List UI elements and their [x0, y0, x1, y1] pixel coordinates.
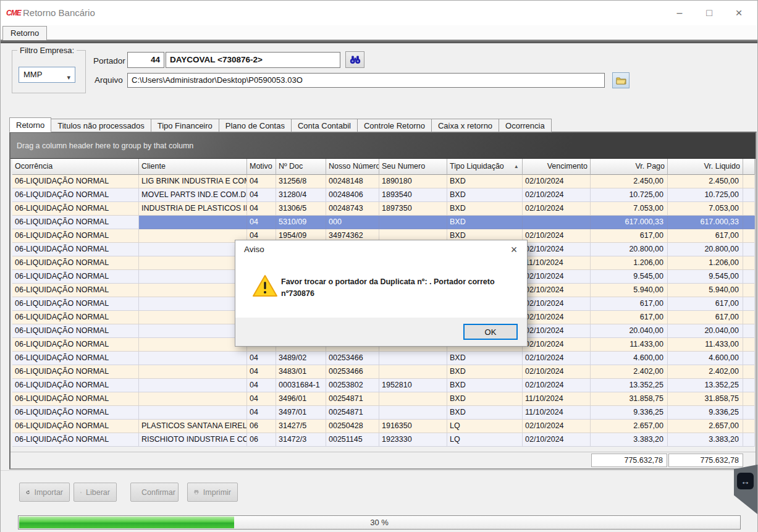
inner-tab-0[interactable]: Retorno [9, 117, 51, 132]
grid-cell-liq[interactable]: 9.336,25 [668, 406, 743, 420]
grid-cell-liq[interactable]: 1.206,00 [668, 256, 743, 270]
grid-cell-cli[interactable] [139, 243, 247, 256]
inner-tab-1[interactable]: Titulos não processados [51, 119, 151, 132]
grid-cell-occ[interactable]: 06-LIQUIDAÇÃO NORMAL [12, 392, 139, 406]
grid-cell-occ[interactable]: 06-LIQUIDAÇÃO NORMAL [12, 365, 139, 379]
grid-cell-pago[interactable]: 2.657,00 [591, 420, 668, 433]
importar-button[interactable]: Importar [19, 483, 70, 502]
grid-cell-seu[interactable] [379, 392, 447, 406]
grid-cell-pago[interactable]: 3.383,20 [591, 433, 668, 447]
grid-cell-nosso[interactable]: 00253466 [326, 352, 379, 365]
grid-cell-fill[interactable] [743, 270, 755, 284]
maximize-button[interactable]: □ [694, 1, 724, 25]
grid-cell-occ[interactable]: 06-LIQUIDAÇÃO NORMAL [12, 175, 139, 188]
grid-cell-occ[interactable]: 06-LIQUIDAÇÃO NORMAL [12, 270, 139, 284]
grid-cell-cli[interactable] [139, 216, 247, 229]
grid-cell-cli[interactable]: LIG BRINK INDUSTRIA E COM [139, 175, 247, 188]
grid-cell-cli[interactable] [139, 379, 247, 392]
column-header-occ[interactable]: Ocorrência [12, 159, 139, 175]
grid-cell-occ[interactable]: 06-LIQUIDAÇÃO NORMAL [12, 379, 139, 392]
grid-cell-cli[interactable]: MOVEL PARTS IND.E COM.DE [139, 188, 247, 202]
grid-cell-nosso[interactable]: 000 [326, 216, 379, 229]
grid-cell-doc[interactable]: 31256/8 [276, 175, 326, 188]
search-portador-button[interactable] [345, 51, 364, 68]
grid-cell-pago[interactable]: 20.800,00 [591, 243, 668, 256]
grid-cell-venc[interactable]: 02/10/2024 [523, 297, 591, 311]
close-button[interactable]: × [724, 1, 754, 25]
grid-cell-venc[interactable]: 02/10/2024 [523, 365, 591, 379]
grid-cell-venc[interactable]: 02/10/2024 [523, 352, 591, 365]
grid-cell-pago[interactable]: 5.940,00 [591, 284, 668, 297]
grid-cell-liq[interactable]: 13.352,25 [668, 379, 743, 392]
grid-cell-fill[interactable] [743, 256, 755, 270]
column-header-pago[interactable]: Vr. Pago [591, 159, 668, 175]
grid-cell-doc[interactable]: 5310/09 [276, 216, 326, 229]
grid-cell-occ[interactable]: 06-LIQUIDAÇÃO NORMAL [12, 352, 139, 365]
inner-tab-3[interactable]: Plano de Contas [219, 119, 292, 132]
grid-cell-fill[interactable] [743, 420, 755, 433]
grid-cell-pago[interactable]: 4.600,00 [591, 352, 668, 365]
grid-cell-doc[interactable]: 3497/01 [276, 406, 326, 420]
grid-cell-liq[interactable]: 31.858,75 [668, 392, 743, 406]
grid-cell-occ[interactable]: 06-LIQUIDAÇÃO NORMAL [12, 188, 139, 202]
grid-cell-liq[interactable]: 617.000,33 [668, 216, 743, 229]
grid-cell-mot[interactable]: 04 [247, 202, 276, 216]
grid-cell-seu[interactable] [379, 216, 447, 229]
grid-cell-mot[interactable]: 04 [247, 365, 276, 379]
grid-cell-seu[interactable]: 1952810 [379, 379, 447, 392]
column-header-tipo[interactable]: Tipo Liquidação▲ [447, 159, 523, 175]
grid-cell-venc[interactable]: 02/10/2024 [523, 202, 591, 216]
grid-cell-fill[interactable] [743, 433, 755, 447]
grid-cell-venc[interactable]: 02/10/2024 [523, 420, 591, 433]
grid-cell-seu[interactable] [379, 365, 447, 379]
grid-cell-pago[interactable]: 11.433,00 [591, 338, 668, 352]
grid-cell-fill[interactable] [743, 311, 755, 324]
grid-cell-pago[interactable]: 10.725,00 [591, 188, 668, 202]
liberar-button[interactable]: Liberar [74, 483, 117, 502]
grid-cell-pago[interactable]: 9.336,25 [591, 406, 668, 420]
grid-cell-occ[interactable]: 06-LIQUIDAÇÃO NORMAL [12, 311, 139, 324]
grid-cell-mot[interactable]: 06 [247, 433, 276, 447]
grid-cell-tipo[interactable]: BXD [447, 365, 523, 379]
grid-cell-tipo[interactable]: BXD [447, 202, 523, 216]
column-header-venc[interactable]: Vencimento [523, 159, 591, 175]
grid-cell-pago[interactable]: 617.000,33 [591, 216, 668, 229]
grid-cell-nosso[interactable]: 00250428 [326, 420, 379, 433]
inner-tab-2[interactable]: Tipo Financeiro [151, 119, 219, 132]
minimize-button[interactable]: – [665, 1, 694, 25]
grid-cell-liq[interactable]: 9.545,00 [668, 270, 743, 284]
grid-cell-seu[interactable] [379, 352, 447, 365]
grid-cell-pago[interactable]: 1.206,00 [591, 256, 668, 270]
grid-cell-fill[interactable] [743, 188, 755, 202]
grid-cell-venc[interactable]: 02/10/2024 [523, 311, 591, 324]
grid-cell-occ[interactable]: 06-LIQUIDAÇÃO NORMAL [12, 297, 139, 311]
grid-cell-tipo[interactable]: BXD [447, 175, 523, 188]
grid-cell-tipo[interactable]: BXD [447, 406, 523, 420]
column-header-mot[interactable]: Motivo [247, 159, 276, 175]
grid-cell-seu[interactable] [379, 406, 447, 420]
inner-tab-7[interactable]: Ocorrencia [499, 119, 552, 132]
grid-cell-liq[interactable]: 617,00 [668, 311, 743, 324]
grid-cell-seu[interactable]: 1890180 [379, 175, 447, 188]
grid-cell-seu[interactable]: 1893540 [379, 188, 447, 202]
grid-cell-cli[interactable] [139, 284, 247, 297]
inner-tab-4[interactable]: Conta Contabil [292, 119, 358, 132]
grid-cell-venc[interactable]: 02/10/2024 [523, 270, 591, 284]
grid-cell-pago[interactable]: 2.402,00 [591, 365, 668, 379]
grid-cell-cli[interactable] [139, 392, 247, 406]
grid-cell-occ[interactable]: 06-LIQUIDAÇÃO NORMAL [12, 324, 139, 338]
column-header-doc[interactable]: Nº Doc [276, 159, 326, 175]
grid-cell-liq[interactable]: 10.725,00 [668, 188, 743, 202]
grid-cell-nosso[interactable]: 00251145 [326, 433, 379, 447]
grid-cell-tipo[interactable]: BXD [447, 392, 523, 406]
grid-cell-occ[interactable]: 06-LIQUIDAÇÃO NORMAL [12, 338, 139, 352]
grid-cell-liq[interactable]: 617,00 [668, 229, 743, 243]
grid-cell-doc[interactable]: 31427/5 [276, 420, 326, 433]
grid-cell-liq[interactable]: 617,00 [668, 297, 743, 311]
grid-cell-fill[interactable] [743, 352, 755, 365]
grid-cell-occ[interactable]: 06-LIQUIDAÇÃO NORMAL [12, 420, 139, 433]
grid-cell-mot[interactable]: 04 [247, 188, 276, 202]
grid-cell-nosso[interactable]: 00248743 [326, 202, 379, 216]
grid-cell-doc[interactable]: 00031684-1 [276, 379, 326, 392]
grid-cell-mot[interactable]: 04 [247, 392, 276, 406]
